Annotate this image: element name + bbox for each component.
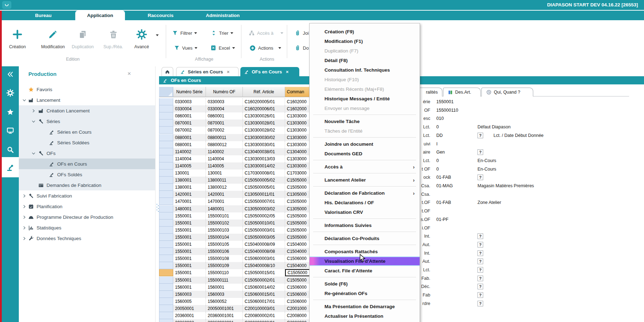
row-header-cell[interactable] [159, 319, 173, 322]
row-header-cell[interactable] [159, 170, 173, 177]
grid-cell[interactable]: C150500003/01 [243, 227, 285, 234]
row-header-cell[interactable] [159, 284, 173, 291]
help-question-button[interactable]: ? [477, 276, 483, 281]
context-menu-item[interactable]: Actualiser la Présentation [310, 311, 420, 321]
field-value[interactable]: Gen [436, 148, 445, 157]
grid-cell[interactable]: 0330003 [206, 98, 243, 105]
grid-cell[interactable]: C150500003/05 [243, 234, 285, 241]
filtrer-button[interactable]: Filtrer [172, 28, 197, 38]
trier-button[interactable]: Trier [211, 28, 233, 38]
row-header-cell[interactable] [159, 277, 173, 284]
nav-tree-item[interactable]: Programme Directeur de Production [19, 212, 155, 222]
context-menu-item[interactable]: Historique Messages / Entité [310, 94, 420, 104]
grid-cell[interactable]: 0330004 [206, 105, 243, 112]
row-header-cell[interactable] [159, 291, 173, 298]
grid-cell[interactable]: 0330003 [173, 98, 206, 105]
grid-cell[interactable]: 0860001 [173, 112, 206, 120]
grid-cell[interactable]: 1480001 [173, 205, 206, 212]
row-header-cell[interactable] [159, 134, 173, 141]
nav-tree-item[interactable]: Suivi Fabrication [19, 190, 155, 201]
help-question-button[interactable]: ? [477, 133, 483, 138]
splitter-grip[interactable] [157, 204, 157, 205]
grid-cell[interactable]: C200800003/01 [243, 319, 285, 322]
grid-cell[interactable]: 1550001 [173, 255, 206, 262]
field-value[interactable]: I [436, 140, 437, 149]
grid-cell[interactable]: C130300026/01 [243, 112, 285, 120]
grid-cell[interactable]: C130300028/02 [243, 127, 285, 134]
grid-cell[interactable]: 0880001 [173, 134, 206, 141]
grid-cell[interactable]: 1420001 [173, 191, 206, 198]
context-menu-item[interactable]: Caract. File d'Attente [310, 266, 420, 276]
row-header-cell[interactable] [159, 248, 173, 255]
field-value[interactable]: 01-MAG [436, 182, 453, 190]
grid-cell[interactable]: 1140002 [206, 148, 243, 155]
grid-cell[interactable]: C150600003/01 [243, 255, 285, 262]
grid-cell[interactable]: 1420001 [206, 191, 243, 198]
context-menu-item[interactable]: Valorisation CRV [310, 207, 420, 217]
grid-cell[interactable]: 155000102 [206, 220, 243, 227]
vues-button[interactable]: Vues [174, 43, 197, 52]
grid-cell[interactable]: 155000101 [206, 212, 243, 220]
field-value[interactable]: 1550001 [436, 98, 454, 106]
trier-dropdown-caret[interactable] [230, 32, 233, 34]
grid-cell[interactable]: C200800002/01 [243, 312, 285, 319]
nav-tree-item[interactable]: OFs Soldés [19, 169, 155, 180]
nav-tree-item[interactable]: Création Lancement [19, 105, 155, 116]
grid-cell[interactable]: 1550001 [173, 241, 206, 248]
grid-cell[interactable]: C130300014/02 [243, 162, 285, 170]
context-menu-item[interactable]: Ma Présentation de Démarrage [310, 302, 420, 311]
help-question-button[interactable]: ? [477, 250, 483, 256]
grid-cell[interactable]: C170300008/01 [243, 170, 285, 177]
grid-cell[interactable]: 130001 [206, 170, 243, 177]
grid-corner-cell[interactable] [159, 87, 173, 97]
chevron-down-icon[interactable] [31, 151, 36, 156]
grid-cell[interactable]: 0860001 [206, 112, 243, 120]
production-module-tile[interactable] [2, 157, 19, 177]
grid-cell[interactable]: 0870001 [173, 120, 206, 127]
grid-cell[interactable]: 1550001 [173, 227, 206, 234]
grid-cell[interactable]: 20360001 [173, 312, 206, 319]
row-header-cell[interactable] [159, 177, 173, 184]
grid-cell[interactable]: C130500003/02 [243, 205, 285, 212]
nav-tree-item[interactable]: Planification [19, 201, 155, 212]
grid-cell[interactable]: C130300013/03 [243, 155, 285, 162]
grid-cell[interactable]: C150600017/01 [243, 298, 285, 305]
nav-tree-item[interactable]: Données Techniques [19, 233, 155, 244]
collapse-panel-icon[interactable] [7, 71, 14, 78]
row-header-cell[interactable] [159, 105, 173, 112]
grid-cell[interactable]: C150500007/01 [243, 198, 285, 205]
grid-cell[interactable]: C130300028/01 [243, 120, 285, 127]
row-header-cell[interactable] [159, 141, 173, 148]
context-menu-item[interactable]: Joindre un document [310, 139, 420, 149]
row-header-cell[interactable] [159, 305, 173, 312]
nav-tree-item[interactable]: Séries en Cours [19, 127, 155, 137]
grid-cell[interactable]: 1550001 [173, 220, 206, 227]
help-question-button[interactable]: ? [477, 292, 483, 298]
context-menu-item[interactable]: Modification (F1) [310, 37, 420, 46]
grid-cell[interactable]: 1140005 [173, 162, 206, 170]
field-value[interactable]: 0 [436, 123, 439, 132]
grid-cell[interactable]: 08800012 [206, 141, 243, 148]
chevron-right-icon[interactable] [22, 215, 27, 220]
help-question-button[interactable]: ? [477, 233, 483, 239]
row-header-cell[interactable] [159, 198, 173, 205]
detail-tab-des-art[interactable]: Des.Art. [443, 88, 481, 96]
grid-cell[interactable]: 20050001001 [206, 305, 243, 312]
grid-cell[interactable]: 0870001 [206, 120, 243, 127]
chevron-right-icon[interactable] [22, 204, 27, 209]
grid-cell[interactable]: C150500005/01 [243, 184, 285, 191]
grid-cell[interactable]: C150400008/08 [243, 248, 285, 255]
grid-cell[interactable]: 1560001 [206, 284, 243, 291]
nav-tree-item[interactable]: Statistiques [19, 222, 155, 233]
row-header-cell[interactable] [159, 262, 173, 269]
context-menu-item[interactable]: His. Déclarations / OF [310, 198, 420, 207]
grid-cell[interactable]: C130300030/02 [243, 134, 285, 141]
filtrer-dropdown-caret[interactable] [194, 32, 197, 34]
grid-cell[interactable]: C150400008/10 [243, 262, 285, 269]
grid-cell[interactable]: 1550001 [173, 234, 206, 241]
nav-tree-item[interactable]: OFs [19, 148, 155, 159]
grid-cell[interactable]: 13800012 [206, 184, 243, 191]
context-menu-item[interactable]: Lancement Atelier› [310, 175, 420, 185]
grid-cell[interactable]: 155000109 [206, 262, 243, 269]
grid-cell[interactable]: C130300030/01 [243, 141, 285, 148]
